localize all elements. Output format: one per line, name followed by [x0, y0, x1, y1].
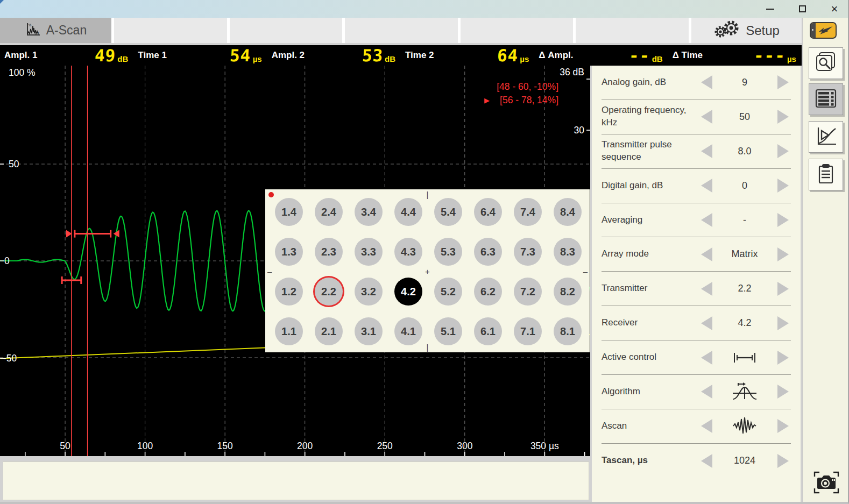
setting-value: 0 [714, 180, 775, 191]
setup-button[interactable]: Setup [691, 18, 802, 43]
array-element-1.4[interactable]: 1.4 [275, 198, 303, 226]
tab-bar: % t A-Scan Setup [0, 18, 802, 43]
array-element-3.3[interactable]: 3.3 [355, 238, 383, 266]
gate-range-icon [714, 351, 775, 364]
zoom-view-button[interactable] [809, 47, 843, 79]
close-button[interactable]: × [825, 2, 844, 16]
increase-arrow-button[interactable] [775, 350, 791, 366]
screenshot-button[interactable] [811, 471, 841, 496]
tab-empty-slot [345, 18, 458, 43]
array-element-2.4[interactable]: 2.4 [315, 198, 343, 226]
battery-charging-icon [810, 22, 837, 39]
array-element-1.3[interactable]: 1.3 [275, 238, 303, 266]
arrow-left-icon [701, 282, 712, 296]
tab-empty-slot [461, 18, 574, 43]
setting-value: 2.2 [714, 283, 775, 294]
increase-arrow-button[interactable] [775, 418, 791, 434]
array-element-2.2[interactable]: 2.2 [315, 278, 343, 306]
decrease-arrow-button[interactable] [698, 418, 714, 434]
array-element-7.4[interactable]: 7.4 [514, 198, 542, 226]
setting-label: Ascan [602, 420, 698, 432]
measure-label: Ampl. 1 [4, 50, 37, 61]
decrease-arrow-button[interactable] [698, 281, 714, 297]
array-element-5.1[interactable]: 5.1 [434, 317, 462, 345]
tab-a-scan-label: A-Scan [46, 23, 87, 38]
settings-list-button[interactable] [809, 83, 843, 115]
setting-row-receiver: Receiver4.2 [602, 306, 791, 340]
array-element-6.4[interactable]: 6.4 [474, 198, 502, 226]
decrease-arrow-button[interactable] [698, 178, 714, 194]
array-element-7.3[interactable]: 7.3 [514, 238, 542, 266]
decrease-arrow-button[interactable] [698, 212, 714, 228]
gain-curve-button[interactable] [809, 121, 843, 153]
array-element-1.1[interactable]: 1.1 [275, 317, 303, 345]
increase-arrow-button[interactable] [775, 109, 791, 125]
decrease-arrow-button[interactable] [698, 350, 714, 366]
arrow-left-icon [701, 316, 712, 330]
array-element-3.4[interactable]: 3.4 [355, 198, 383, 226]
array-element-3.2[interactable]: 3.2 [355, 278, 383, 306]
increase-arrow-button[interactable] [775, 315, 791, 331]
array-element-6.2[interactable]: 6.2 [474, 278, 502, 306]
decrease-arrow-button[interactable] [698, 384, 714, 400]
array-element-2.1[interactable]: 2.1 [315, 317, 343, 345]
setting-row-tascan-s: Tascan, µs1024 [602, 444, 791, 478]
tab-empty-slot [114, 18, 227, 43]
svg-text:0: 0 [4, 255, 10, 266]
svg-text:%: % [28, 23, 31, 27]
setting-row-array-mode: Array modeMatrix [602, 237, 791, 272]
array-element-4.4[interactable]: 4.4 [394, 198, 422, 226]
decrease-arrow-button[interactable] [698, 246, 714, 262]
array-element-7.2[interactable]: 7.2 [514, 278, 542, 306]
arrow-right-icon [777, 385, 789, 399]
array-element-6.3[interactable]: 6.3 [474, 238, 502, 266]
increase-arrow-button[interactable] [775, 178, 791, 194]
array-element-5.4[interactable]: 5.4 [434, 198, 462, 226]
measure-digits: -- [628, 46, 650, 65]
decrease-arrow-button[interactable] [698, 143, 714, 159]
array-matrix-popup: | | – – + 1.42.43.44.45.46.47.48.41.32.3… [265, 189, 590, 352]
array-element-2.3[interactable]: 2.3 [315, 238, 343, 266]
array-element-4.2[interactable]: 4.2 [394, 278, 422, 306]
setting-value: - [714, 215, 775, 226]
report-button[interactable] [809, 159, 843, 190]
array-element-3.1[interactable]: 3.1 [355, 317, 383, 345]
measure-group-2: Time 154µs [133, 45, 267, 66]
decrease-arrow-button[interactable] [698, 74, 714, 90]
minimize-button[interactable] [761, 2, 779, 16]
setting-label: Tascan, µs [602, 455, 698, 467]
measure-label: Ampl. 2 [272, 50, 305, 61]
decrease-arrow-button[interactable] [698, 109, 714, 125]
screenshot-camera-icon [812, 470, 840, 497]
array-element-5.2[interactable]: 5.2 [434, 278, 462, 306]
maximize-button[interactable] [793, 2, 811, 16]
measure-group-4: Time 264µs [401, 45, 534, 66]
tab-a-scan[interactable]: % t A-Scan [0, 18, 111, 43]
array-element-1.2[interactable]: 1.2 [275, 278, 303, 306]
svg-text:100: 100 [137, 441, 153, 451]
array-element-7.1[interactable]: 7.1 [514, 317, 542, 345]
increase-arrow-button[interactable] [775, 74, 791, 90]
increase-arrow-button[interactable] [775, 246, 791, 262]
array-element-8.3[interactable]: 8.3 [554, 238, 582, 266]
svg-text:[48 - 60, -10%]: [48 - 60, -10%] [497, 81, 558, 92]
a-scan-plot[interactable]: 50100150200250300350 µs100 %500-5036 dB3… [0, 66, 590, 456]
increase-arrow-button[interactable] [775, 281, 791, 297]
a-scan-waveform-icon: % t [25, 22, 41, 39]
decrease-arrow-button[interactable] [698, 315, 714, 331]
increase-arrow-button[interactable] [775, 143, 791, 159]
decrease-arrow-button[interactable] [698, 453, 714, 469]
array-element-8.4[interactable]: 8.4 [554, 198, 582, 226]
increase-arrow-button[interactable] [775, 453, 791, 469]
increase-arrow-button[interactable] [775, 212, 791, 228]
increase-arrow-button[interactable] [775, 384, 791, 400]
array-element-8.2[interactable]: 8.2 [554, 278, 582, 306]
array-element-4.1[interactable]: 4.1 [394, 317, 422, 345]
array-element-8.1[interactable]: 8.1 [554, 317, 582, 345]
popup-mark-left: – [267, 267, 272, 275]
array-element-5.3[interactable]: 5.3 [434, 238, 462, 266]
array-element-6.1[interactable]: 6.1 [474, 317, 502, 345]
array-element-4.3[interactable]: 4.3 [394, 238, 422, 266]
zoom-document-icon [815, 51, 837, 76]
svg-text:150: 150 [217, 441, 233, 451]
